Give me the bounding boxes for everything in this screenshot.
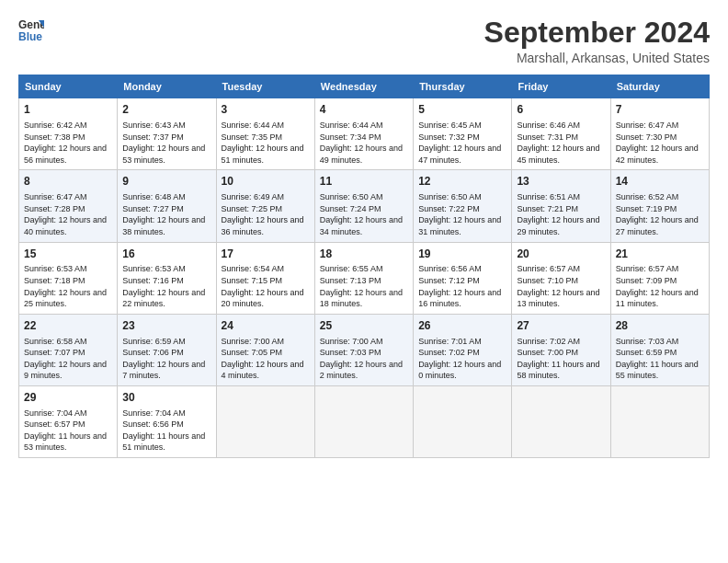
calendar-table: Sunday Monday Tuesday Wednesday Thursday…	[18, 75, 710, 458]
table-row: 30 Sunrise: 7:04 AM Sunset: 6:56 PM Dayl…	[118, 385, 216, 457]
empty-cell	[414, 385, 512, 457]
table-row: 12 Sunrise: 6:50 AM Sunset: 7:22 PM Dayl…	[414, 170, 512, 242]
week-row: 8 Sunrise: 6:47 AM Sunset: 7:28 PM Dayli…	[19, 170, 710, 242]
empty-cell	[314, 385, 413, 457]
logo-icon: General Blue	[18, 17, 44, 42]
week-row: 15 Sunrise: 6:53 AM Sunset: 7:18 PM Dayl…	[19, 242, 710, 314]
empty-cell	[512, 385, 610, 457]
week-row: 1 Sunrise: 6:42 AM Sunset: 7:38 PM Dayli…	[19, 98, 710, 170]
week-row: 22 Sunrise: 6:58 AM Sunset: 7:07 PM Dayl…	[19, 314, 710, 385]
col-sunday: Sunday	[19, 75, 118, 98]
col-wednesday: Wednesday	[314, 75, 413, 98]
table-row: 9 Sunrise: 6:48 AM Sunset: 7:27 PM Dayli…	[118, 170, 216, 242]
table-row: 19 Sunrise: 6:56 AM Sunset: 7:12 PM Dayl…	[414, 242, 512, 314]
table-row: 23 Sunrise: 6:59 AM Sunset: 7:06 PM Dayl…	[118, 314, 216, 385]
table-row: 27 Sunrise: 7:02 AM Sunset: 7:00 PM Dayl…	[512, 314, 610, 385]
table-row: 24 Sunrise: 7:00 AM Sunset: 7:05 PM Dayl…	[216, 314, 314, 385]
table-row: 1 Sunrise: 6:42 AM Sunset: 7:38 PM Dayli…	[19, 98, 118, 170]
table-row: 28 Sunrise: 7:03 AM Sunset: 6:59 PM Dayl…	[610, 314, 709, 385]
empty-cell	[216, 385, 314, 457]
main-title: September 2024	[484, 17, 710, 49]
table-row: 29 Sunrise: 7:04 AM Sunset: 6:57 PM Dayl…	[19, 385, 118, 457]
table-row: 4 Sunrise: 6:44 AM Sunset: 7:34 PM Dayli…	[314, 98, 413, 170]
table-row: 15 Sunrise: 6:53 AM Sunset: 7:18 PM Dayl…	[19, 242, 118, 314]
table-row: 14 Sunrise: 6:52 AM Sunset: 7:19 PM Dayl…	[610, 170, 709, 242]
table-row: 22 Sunrise: 6:58 AM Sunset: 7:07 PM Dayl…	[19, 314, 118, 385]
table-row: 17 Sunrise: 6:54 AM Sunset: 7:15 PM Dayl…	[216, 242, 314, 314]
table-row: 8 Sunrise: 6:47 AM Sunset: 7:28 PM Dayli…	[19, 170, 118, 242]
table-row: 16 Sunrise: 6:53 AM Sunset: 7:16 PM Dayl…	[118, 242, 216, 314]
col-monday: Monday	[118, 75, 216, 98]
title-block: September 2024 Marshall, Arkansas, Unite…	[484, 17, 710, 65]
table-row: 26 Sunrise: 7:01 AM Sunset: 7:02 PM Dayl…	[414, 314, 512, 385]
header-row: Sunday Monday Tuesday Wednesday Thursday…	[19, 75, 710, 98]
table-row: 2 Sunrise: 6:43 AM Sunset: 7:37 PM Dayli…	[118, 98, 216, 170]
table-row: 13 Sunrise: 6:51 AM Sunset: 7:21 PM Dayl…	[512, 170, 610, 242]
table-row: 11 Sunrise: 6:50 AM Sunset: 7:24 PM Dayl…	[314, 170, 413, 242]
col-saturday: Saturday	[610, 75, 709, 98]
table-row: 25 Sunrise: 7:00 AM Sunset: 7:03 PM Dayl…	[314, 314, 413, 385]
table-row: 3 Sunrise: 6:44 AM Sunset: 7:35 PM Dayli…	[216, 98, 314, 170]
week-row: 29 Sunrise: 7:04 AM Sunset: 6:57 PM Dayl…	[19, 385, 710, 457]
table-row: 20 Sunrise: 6:57 AM Sunset: 7:10 PM Dayl…	[512, 242, 610, 314]
empty-cell	[610, 385, 709, 457]
table-row: 18 Sunrise: 6:55 AM Sunset: 7:13 PM Dayl…	[314, 242, 413, 314]
col-thursday: Thursday	[414, 75, 512, 98]
col-tuesday: Tuesday	[216, 75, 314, 98]
table-row: 7 Sunrise: 6:47 AM Sunset: 7:30 PM Dayli…	[610, 98, 709, 170]
table-row: 5 Sunrise: 6:45 AM Sunset: 7:32 PM Dayli…	[414, 98, 512, 170]
logo: General Blue	[18, 17, 44, 42]
table-row: 10 Sunrise: 6:49 AM Sunset: 7:25 PM Dayl…	[216, 170, 314, 242]
table-row: 6 Sunrise: 6:46 AM Sunset: 7:31 PM Dayli…	[512, 98, 610, 170]
subtitle: Marshall, Arkansas, United States	[484, 51, 710, 65]
svg-text:Blue: Blue	[18, 30, 42, 42]
col-friday: Friday	[512, 75, 610, 98]
table-row: 21 Sunrise: 6:57 AM Sunset: 7:09 PM Dayl…	[610, 242, 709, 314]
